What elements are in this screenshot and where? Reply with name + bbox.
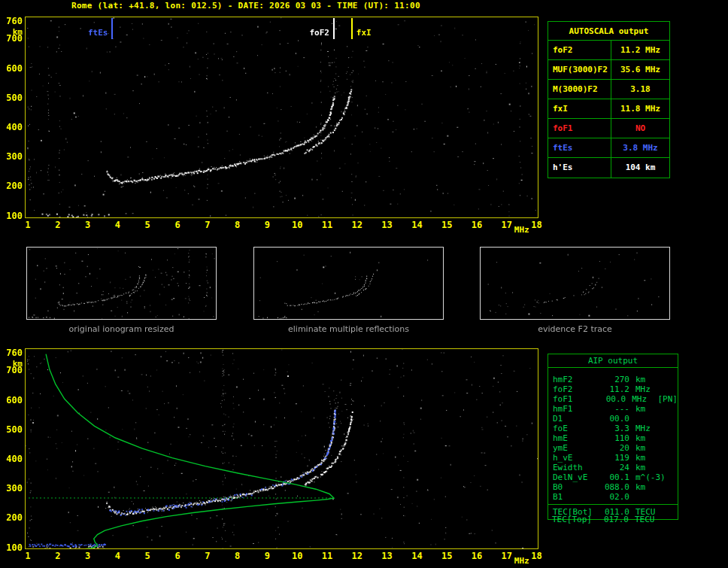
autoscala-table: AUTOSCALA outputfoF211.2 MHzMUF(3000)F23…	[548, 21, 670, 178]
profile-x-axis-label: 8	[229, 551, 246, 560]
profile-y-axis-label: 100	[3, 543, 23, 552]
autoscala-param-value: 3.18	[611, 80, 669, 99]
aip-cell	[663, 482, 678, 492]
thumbnail-caption-0: original ionogram resized	[26, 324, 217, 334]
aip-row-foF2: foF211.2MHz	[548, 384, 678, 394]
autoscala-param-name: foF2	[548, 41, 611, 59]
ionogram-x-axis-label: 6	[169, 220, 186, 229]
aip-cell: DelN_vE	[548, 472, 601, 482]
aip-cell	[663, 492, 678, 502]
profile-canvas	[26, 349, 538, 548]
autoscala-param-value: 35.6 MHz	[611, 60, 669, 79]
ionogram-x-axis-label: 9	[259, 220, 275, 229]
thumbnail-original-canvas	[27, 248, 216, 319]
aip-cell: h_vE	[548, 453, 601, 463]
aip-cell: km	[629, 463, 663, 472]
thumbnail-cleaned-ionogram	[253, 247, 444, 320]
profile-x-axis-label: 6	[169, 551, 186, 560]
aip-header-label: AIP output	[548, 354, 678, 368]
profile-x-axis-label: 1	[20, 551, 36, 560]
ionogram-x-axis-label: 11	[319, 220, 335, 229]
aip-cell: TECU	[629, 515, 662, 524]
aip-cell: foF1	[548, 394, 599, 404]
profile-x-axis-label: 11	[319, 551, 335, 560]
profile-x-axis-label: 17	[499, 551, 515, 560]
aip-cell: D1	[548, 414, 601, 424]
aip-table: AIP outputhmF2270kmfoF211.2MHzfoF100.0MH…	[548, 354, 678, 520]
marker-line-foF2	[333, 18, 335, 39]
ionogram-y-axis-label: 200	[3, 181, 23, 190]
aip-cell	[663, 433, 678, 443]
station-title: Rome (lat: +41.8, lon: 012.5) - DATE: 20…	[71, 1, 420, 11]
aip-cell: B1	[548, 492, 601, 502]
autoscala-row-h'Es: h'Es104 km	[548, 158, 669, 178]
aip-row-DelN_vE: DelN_vE00.1m^(-3)	[548, 472, 678, 482]
ionogram-x-axis-label: 8	[229, 220, 246, 229]
profile-x-axis-label: 4	[109, 551, 126, 560]
profile-x-axis-label: 15	[438, 551, 455, 560]
autoscala-row-foF1: foF1NO	[548, 119, 669, 138]
thumbnail-original-ionogram	[26, 247, 217, 320]
aip-cell: 119	[601, 453, 629, 463]
ionogram-x-axis-label: 4	[109, 220, 126, 229]
aip-row-foE: foE3.3MHz	[548, 424, 678, 433]
autoscala-param-name: foF1	[548, 119, 611, 138]
aip-cell: km	[629, 375, 663, 384]
autoscala-row-foF2: foF211.2 MHz	[548, 41, 669, 60]
profile-x-axis-label: 16	[469, 551, 485, 560]
aip-cell: 017.0	[600, 515, 629, 524]
profile-x-axis-label: 12	[349, 551, 366, 560]
aip-cell: 11.2	[601, 384, 629, 394]
autoscala-param-name: ftEs	[548, 138, 611, 157]
ionogram-y-axis-label: 400	[3, 123, 23, 132]
ionogram-x-axis-label: 16	[469, 220, 485, 229]
aip-cell	[663, 453, 678, 463]
profile-x-axis-label: 9	[259, 551, 275, 560]
profile-y-axis-label: 200	[3, 513, 23, 522]
aip-cell	[663, 404, 678, 414]
aip-cell	[663, 472, 678, 482]
ionogram-y-axis-label: 600	[3, 64, 23, 73]
ionogram-x-axis-label: 7	[199, 220, 216, 229]
aip-cell: ymE	[548, 443, 601, 453]
aip-row-foF1: foF100.0MHz[PN]	[548, 394, 678, 404]
aip-cell	[629, 414, 663, 424]
profile-y-axis-label: 400	[3, 454, 23, 463]
autoscala-param-value: 11.8 MHz	[611, 99, 669, 118]
profile-y-axis-unit: km	[3, 360, 23, 368]
marker-label-ftEs: ftEs	[76, 29, 108, 37]
ionogram-x-axis-label: 17	[499, 220, 515, 229]
profile-y-axis-label: 300	[3, 484, 23, 493]
aip-cell: MHz	[629, 384, 663, 394]
profile-x-axis-label: 10	[289, 551, 305, 560]
ionogram-x-axis-label: 10	[289, 220, 305, 229]
aip-cell: 270	[601, 375, 629, 384]
aip-row-B0: B0088.0km	[548, 482, 678, 492]
profile-y-axis-label: 600	[3, 396, 23, 405]
aip-cell	[663, 375, 678, 384]
aip-cell: 24	[601, 463, 629, 472]
autoscala-param-name: MUF(3000)F2	[548, 60, 611, 79]
autoscala-param-name: M(3000)F2	[548, 80, 611, 99]
ionogram-x-axis-label: 3	[80, 220, 96, 229]
marker-line-fxI	[351, 18, 353, 39]
aip-cell: 00.1	[601, 472, 629, 482]
ionogram-x-axis-label: 14	[408, 220, 425, 229]
autoscala-header: AUTOSCALA output	[548, 22, 669, 41]
ionogram-x-axis-label: 2	[50, 220, 66, 229]
autoscala-param-value: 3.8 MHz	[611, 138, 669, 157]
profile-x-axis-label: 18	[529, 551, 545, 560]
ionogram-y-axis-label: 500	[3, 93, 23, 102]
profile-x-axis-label: 13	[379, 551, 396, 560]
aip-cell: km	[629, 433, 663, 443]
aip-row-hmF2: hmF2270km	[548, 375, 678, 384]
profile-x-axis-label: 7	[199, 551, 216, 560]
aip-cell: foF2	[548, 384, 601, 394]
autoscala-row-ftEs: ftEs3.8 MHz	[548, 138, 669, 158]
aip-row-ymE: ymE20km	[548, 443, 678, 453]
aip-cell	[663, 443, 678, 453]
aip-cell: km	[629, 443, 663, 453]
thumbnail-caption-2: evidence F2 trace	[480, 324, 670, 334]
aip-cell: MHz	[626, 394, 657, 404]
ionogram-x-axis-label: 13	[379, 220, 396, 229]
